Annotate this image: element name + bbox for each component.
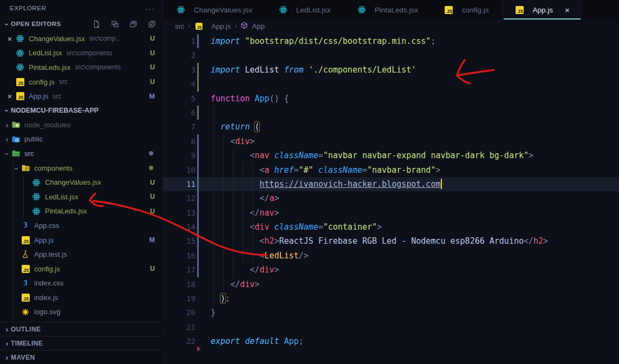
line-number: 18 — [163, 277, 196, 291]
test-icon — [21, 250, 30, 259]
section-timeline[interactable]: › TIMELINE — [0, 336, 162, 350]
tree-item-changevalues-jsx[interactable]: ChangeValues.jsxU — [0, 175, 162, 190]
code-line-21[interactable]: 21 — [163, 320, 619, 334]
code-line-8[interactable]: 8 <div> — [163, 134, 619, 148]
tree-item-src[interactable]: ›</>src — [0, 146, 162, 161]
open-editor-item[interactable]: ×JSApp.jssrcM — [0, 89, 162, 103]
breadcrumb[interactable]: src › JS App.js › App — [163, 20, 619, 32]
section-outline[interactable]: › OUTLINE — [0, 322, 162, 336]
tree-item-app-css[interactable]: 3App.css — [0, 218, 162, 233]
code-line-17[interactable]: 17 </div> — [163, 263, 619, 277]
open-editor-path: src — [53, 93, 61, 100]
js-icon: JS — [21, 264, 30, 273]
code-line-13[interactable]: 13 </nav> — [163, 206, 619, 220]
git-gutter-bar — [197, 34, 199, 48]
react-icon — [31, 207, 41, 216]
js-file-icon: JS — [194, 22, 204, 30]
react-icon — [15, 34, 25, 43]
code-text: <LedList/> — [211, 249, 309, 263]
git-gutter-bar — [197, 220, 199, 234]
code-line-15[interactable]: 15 <h2>ReactJS Firebase RGB Led - Nodemc… — [163, 234, 619, 248]
line-number: 14 — [163, 220, 196, 234]
explorer-more-icon[interactable]: ··· — [145, 4, 155, 13]
tree-item-logo-svg[interactable]: logo.svg — [0, 305, 162, 320]
new-file-icon[interactable] — [93, 20, 101, 28]
code-line-20[interactable]: 20} — [163, 306, 619, 320]
tree-item-pintaleds-jsx[interactable]: PintaLeds.jsxU — [0, 204, 162, 219]
tree-item-index-css[interactable]: 3index.css — [0, 276, 162, 291]
breadcrumb-file[interactable]: App.js — [211, 22, 231, 30]
tree-item-config-js[interactable]: JSconfig.jsU — [0, 262, 162, 276]
tree-item-label: public — [24, 135, 43, 143]
code-line-7[interactable]: 7 return ( — [163, 120, 619, 134]
tab-changevalues-jsx[interactable]: ChangeValues.jsx — [163, 0, 265, 20]
tree-item-ledlist-jsx[interactable]: LedList.jsxU — [0, 190, 162, 204]
code-text: </div> — [211, 263, 279, 277]
folder-node-icon — [11, 120, 21, 129]
active-tab-underline — [504, 18, 580, 20]
git-status-badge: U — [150, 35, 155, 42]
line-number: 13 — [163, 206, 196, 220]
chevron-right-icon: › — [234, 22, 237, 30]
open-editors-header[interactable]: › OPEN EDITORS — [0, 16, 162, 31]
tree-item-app-test-js[interactable]: App.test.js — [0, 247, 162, 262]
workspace-root-folder[interactable]: › NODEMCU-FIREBASE-APP — [0, 103, 162, 118]
code-line-3[interactable]: 3import LedList from './components/LedLi… — [163, 63, 619, 77]
tree-item-index-js[interactable]: JSindex.js — [0, 290, 162, 305]
line-number: 12 — [163, 191, 196, 205]
code-line-12[interactable]: 12 </a> — [163, 191, 619, 205]
save-all-icon[interactable] — [129, 20, 138, 28]
code-editor[interactable]: 1import "bootstrap/dist/css/bootstrap.mi… — [163, 32, 619, 349]
code-line-6[interactable]: 6 — [163, 106, 619, 120]
open-editor-item[interactable]: LedList.jsxsrc\componentsU — [0, 46, 162, 61]
tree-item-public[interactable]: ›public — [0, 132, 162, 147]
js-icon: JS — [15, 92, 25, 101]
git-status-badge: U — [150, 49, 155, 57]
code-text: </a> — [211, 191, 279, 205]
open-editor-item[interactable]: ×ChangeValues.jsxsrc\comp...U — [0, 31, 162, 46]
breadcrumb-symbol[interactable]: App — [252, 22, 264, 30]
close-tab-icon[interactable]: × — [565, 5, 570, 15]
code-text: <div className="container"> — [211, 220, 382, 234]
code-line-5[interactable]: 5function App() { — [163, 92, 619, 106]
open-editor-item[interactable]: JSconfig.jssrcU — [0, 75, 162, 89]
tree-item-node_modules[interactable]: ›node_modules — [0, 118, 162, 132]
react-icon — [31, 192, 41, 201]
code-line-4[interactable]: 4 — [163, 77, 619, 91]
code-line-10[interactable]: 10 <a href="#" className="navbar-brand"> — [163, 163, 619, 177]
code-line-1[interactable]: 1import "bootstrap/dist/css/bootstrap.mi… — [163, 34, 619, 48]
js-icon: JS — [21, 236, 30, 244]
close-editor-icon[interactable]: × — [4, 34, 15, 43]
close-all-editors-icon[interactable] — [148, 20, 156, 28]
open-editor-item[interactable]: PintaLeds.jsxsrc\componentsU — [0, 60, 162, 75]
tab-config-js[interactable]: JSconfig.js — [431, 0, 502, 20]
tree-item-app-js[interactable]: JSApp.jsM — [0, 233, 162, 248]
section-maven[interactable]: › MAVEN — [0, 350, 162, 364]
code-text: <div> — [211, 134, 255, 148]
code-line-16[interactable]: 16 <LedList/> — [163, 249, 619, 263]
code-line-2[interactable]: 2 — [163, 48, 619, 62]
code-line-18[interactable]: 18 </div> — [163, 277, 619, 291]
code-line-22[interactable]: 22export default App; — [163, 334, 619, 348]
git-status-badge: U — [150, 78, 155, 86]
tree-item-label: App.test.js — [34, 250, 67, 258]
indent-guide — [252, 163, 253, 263]
tab-pintaleds-jsx[interactable]: PintaLeds.jsx — [344, 0, 431, 20]
code-line-11[interactable]: 11 https://ivanovich-hacker.blogspot.com — [163, 177, 619, 191]
tree-item-components[interactable]: ›components — [0, 161, 162, 176]
line-number: 3 — [163, 63, 196, 77]
tab-app-js[interactable]: JSApp.js× — [501, 0, 582, 20]
git-gutter-bar — [197, 163, 199, 177]
code-line-9[interactable]: 9 <nav className="navbar navbar-expand n… — [163, 148, 619, 162]
open-editor-name: ChangeValues.jsx — [29, 35, 85, 43]
code-line-19[interactable]: 19 ); — [163, 291, 619, 306]
close-editor-icon[interactable]: × — [4, 92, 15, 101]
toggle-layout-icon[interactable] — [111, 20, 119, 28]
git-gutter-bar — [197, 191, 199, 205]
tab-ledlist-jsx[interactable]: LedList.jsx — [265, 0, 344, 20]
open-editor-path: src\components — [75, 63, 121, 71]
code-line-14[interactable]: 14 <div className="container"> — [163, 220, 619, 234]
breadcrumb-src[interactable]: src — [175, 22, 184, 30]
tree-item-label: PintaLeds.jsx — [45, 207, 87, 215]
git-gutter-bar — [197, 106, 199, 120]
